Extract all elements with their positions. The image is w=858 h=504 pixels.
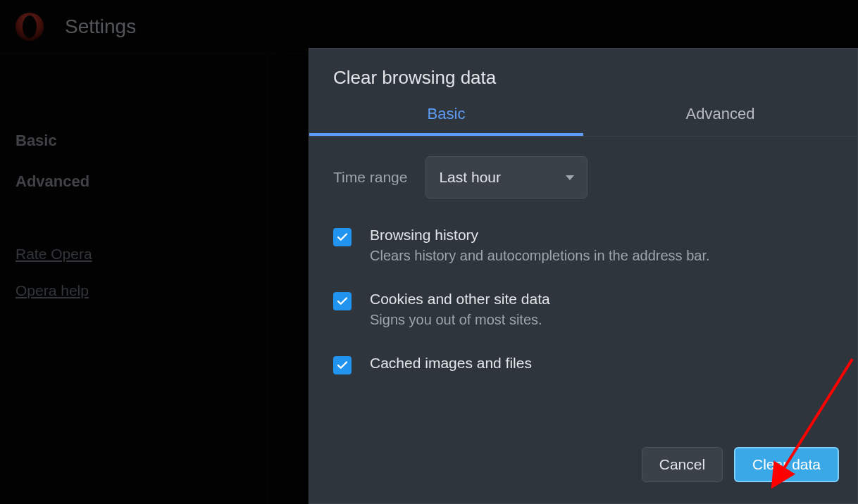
page-title: Settings <box>65 15 136 38</box>
checkbox-cached[interactable] <box>333 356 352 374</box>
cancel-button[interactable]: Cancel <box>642 447 723 482</box>
dialog-title: Clear browsing data <box>309 49 857 94</box>
option-title: Cookies and other site data <box>370 291 550 308</box>
time-range-row: Time range Last hour <box>333 156 833 199</box>
settings-sidebar: Basic Advanced Rate Opera Opera help <box>0 54 268 504</box>
svg-point-1 <box>23 15 37 38</box>
tab-advanced[interactable]: Advanced <box>583 94 857 136</box>
sidebar-link-opera-help[interactable]: Opera help <box>15 277 251 305</box>
checkbox-browsing-history[interactable] <box>333 228 352 246</box>
opera-logo <box>14 11 45 42</box>
option-cached: Cached images and files <box>333 355 833 374</box>
option-cookies: Cookies and other site data Signs you ou… <box>333 291 833 328</box>
option-desc: Signs you out of most sites. <box>370 312 550 328</box>
option-desc: Clears history and autocompletions in th… <box>370 248 710 264</box>
dialog-tabs: Basic Advanced <box>309 94 857 137</box>
sidebar-item-basic[interactable]: Basic <box>15 125 251 157</box>
time-range-label: Time range <box>333 169 407 186</box>
sidebar-link-rate-opera[interactable]: Rate Opera <box>15 240 251 268</box>
option-text: Cookies and other site data Signs you ou… <box>370 291 550 328</box>
option-text: Cached images and files <box>370 355 532 374</box>
tab-basic[interactable]: Basic <box>309 94 583 136</box>
time-range-value: Last hour <box>439 169 501 186</box>
chevron-down-icon <box>566 175 574 180</box>
check-icon <box>336 295 349 308</box>
sidebar-item-advanced[interactable]: Advanced <box>15 165 251 198</box>
dialog-body: Time range Last hour Browsing history Cl… <box>309 137 857 441</box>
option-title: Browsing history <box>370 227 710 244</box>
check-icon <box>336 359 349 372</box>
time-range-select[interactable]: Last hour <box>425 156 587 199</box>
check-icon <box>336 231 349 244</box>
sidebar-spacer <box>15 206 251 232</box>
app-header: Settings <box>0 0 858 53</box>
option-browsing-history: Browsing history Clears history and auto… <box>333 227 833 264</box>
option-title: Cached images and files <box>370 355 532 372</box>
dialog-footer: Cancel Clear data <box>309 441 857 503</box>
clear-browsing-data-dialog: Clear browsing data Basic Advanced Time … <box>309 48 858 504</box>
clear-data-button[interactable]: Clear data <box>734 447 839 482</box>
checkbox-cookies[interactable] <box>333 292 352 310</box>
option-text: Browsing history Clears history and auto… <box>370 227 710 264</box>
